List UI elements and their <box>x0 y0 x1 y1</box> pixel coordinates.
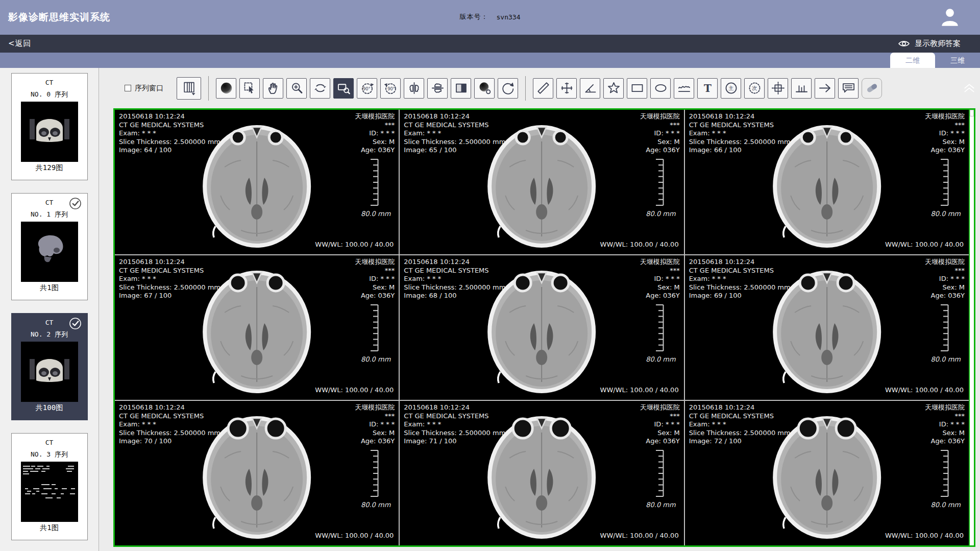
layout-button[interactable] <box>177 77 201 100</box>
cell-hospital: 天堰模拟医院 <box>925 112 965 121</box>
measure-angle-button[interactable] <box>580 78 600 99</box>
sidebar-series-list: CTNO. 0 序列共129图CTNO. 1 序列共1图CTNO. 2 序列共1… <box>0 73 99 540</box>
series-card-2[interactable]: CTNO. 2 序列共100图 <box>11 313 88 420</box>
cell-age: Age: 036Y <box>925 292 965 300</box>
cell-sex: Sex: M <box>640 138 680 147</box>
cross-measure-icon <box>559 81 574 95</box>
cell-thickness: Slice Thickness: 2.500000 mm <box>689 429 791 438</box>
window-level-button[interactable] <box>216 78 236 99</box>
cell-sex: Sex: M <box>355 429 395 438</box>
series-window-checkbox[interactable] <box>125 85 131 91</box>
series-count: 共1图 <box>12 523 87 533</box>
flip-horizontal-icon <box>407 81 422 95</box>
viewport-cell-3[interactable]: 20150618 10:12:24 CT GE MEDICAL SYSTEMS … <box>115 255 399 400</box>
rotate-90-cw-icon: 90° <box>383 81 398 95</box>
select-button[interactable] <box>239 78 260 99</box>
flip-horizontal-button[interactable] <box>404 78 424 99</box>
invert-icon <box>454 81 469 95</box>
tab-2d[interactable]: 二维 <box>890 53 935 68</box>
viewport-cell-2[interactable]: 20150618 10:12:24 CT GE MEDICAL SYSTEMS … <box>685 110 969 254</box>
cell-exam: Exam: * * * <box>404 129 505 138</box>
zoom-button[interactable] <box>286 78 307 99</box>
cell-info-right: 天堰模拟医院 *** ID: * * * Sex: M Age: 036Y <box>355 112 395 155</box>
ellipse-icon <box>653 81 668 95</box>
rotate-90-ccw-button[interactable]: 90° <box>357 78 377 99</box>
eraser-icon <box>865 81 879 95</box>
app: 影像诊断思维实训系统 版本号： svn334 <返回 显示教师答案 二维三维 C… <box>0 0 980 551</box>
series-card-1[interactable]: CTNO. 1 序列共1图 <box>11 193 88 300</box>
angle-icon <box>583 81 598 95</box>
draw-curve-button[interactable] <box>674 78 694 99</box>
invert-button[interactable] <box>451 78 471 99</box>
skull-side-thumb <box>21 222 78 282</box>
draw-ellipse-button[interactable] <box>650 78 671 99</box>
profile-button[interactable] <box>791 78 812 99</box>
rotate-button[interactable] <box>310 78 330 99</box>
cell-scanner: CT GE MEDICAL SYSTEMS <box>119 412 220 421</box>
back-button[interactable]: <返回 <box>8 39 32 49</box>
viewer-scrollbar[interactable] <box>969 110 974 545</box>
reset-button[interactable] <box>498 78 518 99</box>
cell-thickness: Slice Thickness: 2.500000 mm <box>404 283 505 292</box>
viewport-cell-1[interactable]: 20150618 10:12:24 CT GE MEDICAL SYSTEMS … <box>400 110 683 254</box>
cell-hospital: 天堰模拟医院 <box>355 258 395 267</box>
viewport-cell-7[interactable]: 20150618 10:12:24 CT GE MEDICAL SYSTEMS … <box>400 401 683 545</box>
mark-secondary-button[interactable]: 次 <box>744 78 765 99</box>
viewport-cell-4[interactable]: 20150618 10:12:24 CT GE MEDICAL SYSTEMS … <box>400 255 683 400</box>
series-window-toggle[interactable]: 序列窗口 <box>125 84 163 93</box>
rectangle-icon <box>630 81 645 95</box>
viewport-cell-6[interactable]: 20150618 10:12:24 CT GE MEDICAL SYSTEMS … <box>115 401 399 545</box>
window-level-label: WW/WL: 100.00 / 40.00 <box>885 241 964 248</box>
window-level-label: WW/WL: 100.00 / 40.00 <box>315 386 394 394</box>
draw-rectangle-button[interactable] <box>627 78 647 99</box>
cell-info-right: 天堰模拟医院 *** ID: * * * Sex: M Age: 036Y <box>640 403 680 446</box>
cell-info-right: 天堰模拟医院 *** ID: * * * Sex: M Age: 036Y <box>640 112 680 155</box>
cell-hospital: 天堰模拟医院 <box>925 403 965 412</box>
nav-bar: <返回 显示教师答案 <box>0 35 980 53</box>
comment-button[interactable] <box>838 78 859 99</box>
pan-button[interactable] <box>263 78 283 99</box>
draw-star-button[interactable] <box>603 78 624 99</box>
series-count: 共1图 <box>12 283 87 293</box>
mark-primary-button[interactable]: 主 <box>721 78 741 99</box>
show-teacher-answer-button[interactable]: 显示教师答案 <box>898 39 961 49</box>
cell-scanner: CT GE MEDICAL SYSTEMS <box>689 412 791 421</box>
scale-label: 80.0 mm <box>931 355 961 363</box>
user-icon[interactable] <box>939 7 961 28</box>
cell-hospital: 天堰模拟医院 <box>640 403 680 412</box>
series-sidebar: CTNO. 0 序列共129图CTNO. 1 序列共1图CTNO. 2 序列共1… <box>0 68 99 551</box>
cell-image-label: Image: 70 / 100 <box>119 437 220 446</box>
toolbar-collapse-button[interactable] <box>963 82 975 93</box>
roi-button[interactable] <box>768 78 788 99</box>
viewport-cell-0[interactable]: 20150618 10:12:24 CT GE MEDICAL SYSTEMS … <box>115 110 399 254</box>
series-card-3[interactable]: CTNO. 3 序列共1图 <box>11 433 88 540</box>
flip-vertical-button[interactable] <box>427 78 448 99</box>
draw-arrow-button[interactable] <box>815 78 835 99</box>
cell-exam: Exam: * * * <box>689 420 791 429</box>
cell-thickness: Slice Thickness: 2.500000 mm <box>404 429 505 438</box>
cell-datetime: 20150618 10:12:24 <box>119 258 220 267</box>
zoom-region-button[interactable] <box>333 78 354 99</box>
cell-datetime: 20150618 10:12:24 <box>404 403 505 412</box>
measure-length-button[interactable] <box>533 78 553 99</box>
viewport-cell-5[interactable]: 20150618 10:12:24 CT GE MEDICAL SYSTEMS … <box>685 255 969 400</box>
add-text-button[interactable]: T <box>697 78 718 99</box>
cell-patient-id: ID: * * * <box>640 129 680 138</box>
viewer-scrollbar-thumb[interactable] <box>970 110 974 116</box>
measure-cross-button[interactable] <box>556 78 577 99</box>
cell-patient-id: ID: * * * <box>640 275 680 283</box>
cell-info-right: 天堰模拟医院 *** ID: * * * Sex: M Age: 036Y <box>925 112 965 155</box>
window-preset-button[interactable] <box>474 78 495 99</box>
series-card-0[interactable]: CTNO. 0 序列共129图 <box>11 73 88 180</box>
skull-front-thumb <box>21 342 78 402</box>
viewport-cell-8[interactable]: 20150618 10:12:24 CT GE MEDICAL SYSTEMS … <box>685 401 969 545</box>
rotate-90-cw-button[interactable]: 90° <box>380 78 401 99</box>
window-level-label: WW/WL: 100.00 / 40.00 <box>315 241 394 248</box>
scout-info-thumb <box>21 462 78 522</box>
scale-label: 80.0 mm <box>646 210 675 218</box>
cell-exam: Exam: * * * <box>689 275 791 283</box>
eraser-button[interactable] <box>862 78 882 99</box>
cell-thickness: Slice Thickness: 2.500000 mm <box>119 138 220 147</box>
series-name: NO. 0 序列 <box>12 90 87 99</box>
tab-3d[interactable]: 三维 <box>935 53 980 68</box>
